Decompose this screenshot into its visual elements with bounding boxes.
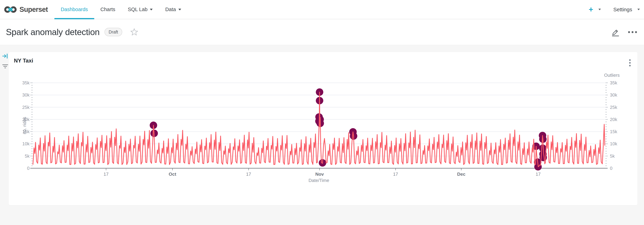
filter-lines-icon[interactable] [2, 64, 8, 69]
y-axis-label-left: 25k [22, 105, 30, 110]
title-actions [611, 28, 638, 37]
y-axis-title: no. rides [22, 117, 27, 134]
main-nav: Dashboards Charts SQL Lab Data [54, 0, 187, 19]
y-axis-label-right: 20k [610, 117, 618, 122]
nav-tab-label: Dashboards [61, 6, 88, 12]
chevron-down-icon [150, 9, 153, 10]
nav-tab-label: SQL Lab [128, 6, 148, 12]
y-axis-label-left: 5k [25, 154, 30, 159]
y-axis-label-right: 25k [610, 105, 618, 110]
status-badge: Draft [104, 28, 122, 36]
y-axis-label-right: 35k [610, 80, 618, 85]
dashboard-title: Spark anomaly detection [6, 27, 100, 37]
edit-pencil-icon[interactable] [611, 28, 620, 37]
x-axis-label: 17 [536, 172, 541, 177]
x-axis-label: 17 [393, 172, 398, 177]
nav-tab-charts[interactable]: Charts [94, 0, 122, 19]
favorite-star-icon[interactable] [130, 28, 138, 36]
nav-tab-label: Data [165, 6, 176, 12]
x-axis-title: Date/Time [308, 178, 329, 183]
x-axis-label: 17 [104, 172, 109, 177]
ny-taxi-anomaly-chart: 005k5k10k10k15k15k20k20k25k25k30k30k35k3… [9, 52, 638, 205]
y-axis-label-left: 30k [22, 92, 30, 98]
settings-menu[interactable]: Settings [614, 6, 632, 12]
superset-logo-icon [4, 5, 17, 14]
y-axis-label-right: 5k [610, 154, 615, 159]
nav-tab-data[interactable]: Data [159, 0, 187, 19]
x-axis-label: 17 [246, 172, 251, 177]
chevron-down-icon[interactable] [638, 9, 640, 10]
y-axis-label-right: 15k [610, 129, 618, 134]
nav-tab-dashboards[interactable]: Dashboards [54, 0, 94, 19]
y-axis-label-right: 10k [610, 141, 618, 146]
x-axis-label: Oct [169, 172, 176, 177]
superset-brand[interactable]: Superset [4, 0, 48, 19]
nav-tab-label: Charts [100, 6, 115, 12]
y-axis-label-left: 35k [22, 80, 30, 85]
dashboard-content: NY Taxi 005k5k10k10k15k15k20k20k25k25k30… [0, 45, 644, 225]
y-axis-label-left: 10k [22, 141, 30, 146]
add-new-button[interactable]: + [589, 6, 593, 13]
x-axis-label: Nov [315, 172, 324, 177]
top-navbar: Superset Dashboards Charts SQL Lab Data … [0, 0, 644, 19]
x-axis-label: Dec [457, 172, 466, 177]
y-axis-label-right: 0 [610, 166, 612, 171]
brand-name: Superset [20, 5, 48, 13]
chevron-down-icon [178, 9, 181, 10]
chart-card: NY Taxi 005k5k10k10k15k15k20k20k25k25k30… [9, 52, 638, 205]
expand-filter-bar-icon[interactable] [2, 53, 8, 59]
ellipsis-menu-icon[interactable] [627, 28, 638, 37]
dashboard-header: Spark anomaly detection Draft [0, 19, 644, 45]
navbar-right: + Settings [589, 0, 641, 19]
outliers-series-label: Outliers [604, 73, 620, 78]
y-axis-label-left: 0 [27, 166, 30, 171]
left-toolbar [2, 53, 9, 69]
y-axis-label-right: 30k [610, 92, 618, 98]
chevron-down-icon[interactable] [598, 9, 601, 10]
nav-tab-sql-lab[interactable]: SQL Lab [122, 0, 159, 19]
